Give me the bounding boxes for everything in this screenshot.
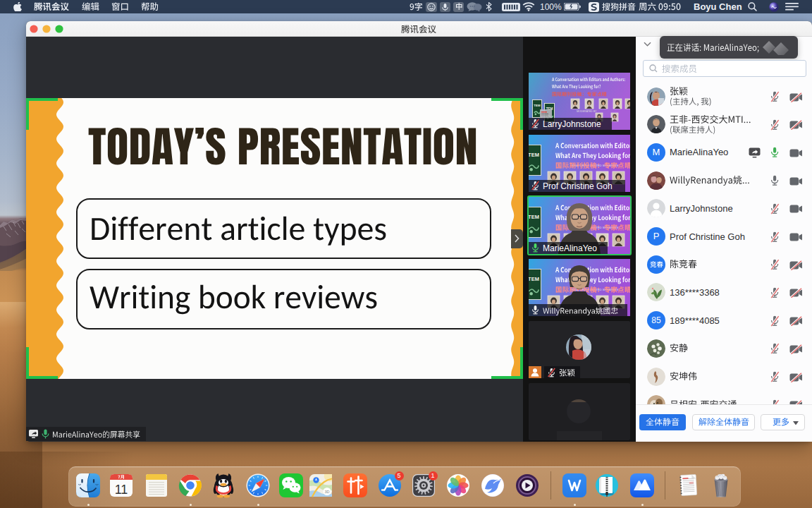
svg-text:TEM: TEM (534, 104, 541, 107)
svg-text:TEM: TEM (529, 152, 539, 158)
svg-text:11: 11 (115, 483, 128, 497)
svg-text:3D: 3D (324, 490, 329, 494)
svg-text:TEM: TEM (529, 276, 539, 282)
svg-text:MODERATED BY: MODERATED BY (577, 110, 597, 113)
